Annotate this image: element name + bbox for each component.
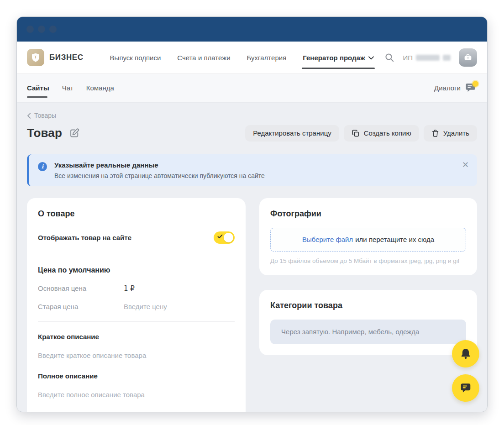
old-price-label: Старая цена: [38, 303, 124, 310]
dropzone-text: или перетащите их сюда: [355, 236, 434, 243]
file-upload-dropzone[interactable]: Выберите файл или перетащите их сюда: [270, 228, 466, 252]
divider: [38, 321, 235, 322]
briefcase-icon: [463, 52, 473, 63]
categories-card: Категории товара Через запятую. Например…: [259, 290, 477, 355]
search-icon[interactable]: [384, 52, 394, 63]
banner-texts: Указывайте реальные данные Все изменения…: [54, 161, 265, 179]
tinkoff-shield-icon: Т: [27, 49, 44, 66]
upload-hint: До 15 файлов объемом до 5 Мбайт в формат…: [270, 257, 466, 264]
blurred-account-name: [443, 55, 451, 61]
right-column: Фотографии Выберите файл или перетащите …: [259, 198, 477, 355]
chevron-down-icon: [368, 56, 374, 60]
brand-logo[interactable]: Т БИЗНЕС: [27, 49, 84, 66]
old-price-input[interactable]: Введите цену: [124, 303, 167, 310]
about-product-card: О товаре Отображать товар на сайте Цена …: [27, 198, 246, 412]
full-description-input[interactable]: Введите полное описание товара: [38, 391, 235, 399]
notification-dot: [472, 81, 478, 87]
content-columns: О товаре Отображать товар на сайте Цена …: [27, 198, 477, 412]
nav-item-label: Генератор продаж: [303, 54, 365, 62]
info-icon: i: [38, 162, 47, 171]
nav-item-signature[interactable]: Выпуск подписи: [110, 42, 161, 73]
banner-subtitle: Все изменения на этой странице автоматич…: [54, 172, 265, 179]
copy-icon: [352, 129, 360, 137]
delete-button[interactable]: Удалить: [424, 125, 477, 142]
photos-card: Фотографии Выберите файл или перетащите …: [259, 198, 477, 275]
app-header: Т БИЗНЕС Выпуск подписи Счета и платежи …: [17, 42, 487, 73]
create-copy-label: Создать копию: [364, 129, 411, 137]
short-description-input[interactable]: Введите краткое описание товара: [38, 352, 235, 359]
svg-text:Т: Т: [34, 54, 37, 59]
breadcrumb-label: Товары: [34, 112, 56, 119]
main-price-row: Основная цена 1 ₽: [38, 284, 235, 293]
photos-card-title: Фотографии: [270, 209, 466, 219]
categories-input[interactable]: Через запятую. Например, мебель, одежда: [270, 320, 466, 344]
main-navigation: Выпуск подписи Счета и платежи Бухгалтер…: [110, 42, 374, 73]
screenshot-stage: Т БИЗНЕС Выпуск подписи Счета и платежи …: [0, 0, 504, 425]
tab-team[interactable]: Команда: [86, 74, 114, 102]
nav-item-sales-generator[interactable]: Генератор продаж: [303, 42, 373, 73]
nav-item-payments[interactable]: Счета и платежи: [177, 42, 230, 73]
window-control-dot[interactable]: [49, 26, 57, 33]
chat-bubble-icon: [459, 382, 472, 394]
subnav-right: Диалоги: [434, 83, 477, 94]
divider: [38, 255, 235, 255]
window-control-dot[interactable]: [38, 26, 45, 33]
price-section-title: Цена по умолчанию: [38, 266, 235, 274]
main-price-input[interactable]: 1 ₽: [124, 284, 135, 293]
browser-titlebar: [17, 17, 487, 42]
check-icon: [217, 234, 223, 239]
visibility-toggle-label: Отображать товар на сайте: [38, 234, 131, 241]
short-description-title: Краткое описание: [38, 333, 235, 341]
bell-icon: [459, 347, 472, 360]
nav-item-accounting[interactable]: Бухгалтерия: [247, 42, 287, 73]
trash-icon: [431, 129, 439, 137]
info-banner: i Указывайте реальные данные Все изменен…: [27, 154, 477, 186]
banner-title: Указывайте реальные данные: [54, 161, 265, 169]
account-name[interactable]: ИП: [403, 54, 451, 62]
old-price-row: Старая цена Введите цену: [38, 303, 235, 310]
edit-page-label: Редактировать страницу: [253, 129, 331, 137]
browser-window: Т БИЗНЕС Выпуск подписи Счета и платежи …: [16, 16, 488, 412]
page-actions: Редактировать страницу Создать копию: [245, 125, 477, 142]
window-control-dot[interactable]: [26, 26, 34, 33]
support-chat-fab[interactable]: [452, 374, 479, 402]
visibility-toggle-row: Отображать товар на сайте: [38, 231, 235, 244]
visibility-toggle[interactable]: [214, 231, 235, 244]
close-icon[interactable]: ✕: [462, 161, 469, 169]
page-title: Товар: [27, 126, 62, 140]
dialogs-link[interactable]: Диалоги: [434, 84, 461, 92]
header-right: ИП: [384, 48, 477, 67]
breadcrumb[interactable]: Товары: [27, 112, 56, 119]
account-prefix: ИП: [403, 54, 413, 62]
notifications-fab[interactable]: [452, 340, 479, 367]
edit-page-button[interactable]: Редактировать страницу: [245, 125, 339, 142]
avatar[interactable]: [459, 48, 477, 67]
tab-sites[interactable]: Сайты: [27, 74, 49, 102]
tab-chat[interactable]: Чат: [62, 74, 74, 102]
title-row: Товар Редактировать страницу Создать к: [27, 125, 477, 142]
window-controls: [26, 26, 57, 33]
full-description-title: Полное описание: [38, 372, 235, 380]
about-card-title: О товаре: [38, 209, 235, 219]
blurred-account-name: [416, 55, 440, 61]
choose-file-link[interactable]: Выберите файл: [302, 236, 353, 243]
delete-label: Удалить: [443, 129, 469, 137]
page-content: Товары Товар Редактировать страницу: [17, 102, 487, 412]
sub-navigation: Сайты Чат Команда Диалоги: [17, 73, 487, 102]
brand-name: БИЗНЕС: [49, 53, 84, 62]
main-price-label: Основная цена: [38, 284, 124, 293]
edit-title-icon[interactable]: [68, 127, 80, 139]
dialogs-icon[interactable]: [465, 83, 477, 94]
categories-card-title: Категории товара: [270, 301, 466, 310]
create-copy-button[interactable]: Создать копию: [344, 125, 419, 142]
chevron-left-icon: [27, 113, 31, 119]
toggle-knob: [224, 233, 233, 242]
